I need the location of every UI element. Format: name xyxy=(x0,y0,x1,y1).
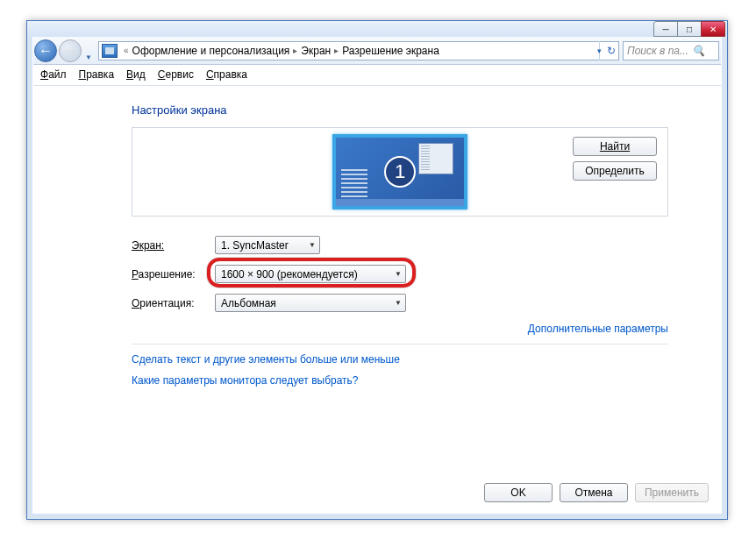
search-box[interactable]: Поиск в па... 🔍 xyxy=(623,41,719,60)
menu-bar: Файл Правка Вид Сервис Справка xyxy=(33,65,721,84)
menu-tools[interactable]: Сервис xyxy=(158,68,194,81)
monitor-arrangement-box: 1 Найти Определить xyxy=(132,127,668,217)
chevron-down-icon: ▼ xyxy=(388,270,402,278)
find-button[interactable]: Найти xyxy=(573,137,657,156)
dialog-buttons: OK Отмена Применить xyxy=(484,483,709,502)
address-bar[interactable]: « Оформление и персонализация ▸ Экран ▸ … xyxy=(98,41,619,60)
maximize-icon: □ xyxy=(687,25,692,34)
menu-view[interactable]: Вид xyxy=(126,68,146,81)
content-area: Настройки экрана 1 Найти Определить xyxy=(33,85,721,513)
chevron-right-icon: ▸ xyxy=(334,46,339,55)
refresh-icon[interactable]: ↻ xyxy=(607,45,616,57)
minimize-button[interactable]: ─ xyxy=(653,21,678,37)
separator xyxy=(132,344,668,345)
screen-dropdown[interactable]: 1. SyncMaster ▼ xyxy=(215,236,320,254)
monitor-preview[interactable]: 1 xyxy=(332,134,467,210)
resolution-row: Разрешение: 1600 × 900 (рекомендуется) ▼ xyxy=(132,265,668,283)
which-settings-link[interactable]: Какие параметры монитора следует выбрать… xyxy=(132,374,359,387)
orientation-label: Ориентация: xyxy=(132,297,215,309)
screen-row: Экран: 1. SyncMaster ▼ xyxy=(132,236,668,254)
taskbar-icon xyxy=(336,199,464,206)
breadcrumb-screen[interactable]: Экран xyxy=(301,45,331,57)
dropdown-icon[interactable]: ▾ xyxy=(597,46,602,55)
resolution-value: 1600 × 900 (рекомендуется) xyxy=(221,268,358,281)
ok-button[interactable]: OK xyxy=(484,483,553,502)
control-panel-window: ─ □ ✕ ← → ▼ « Оформление и персонализаци… xyxy=(26,20,728,520)
chevron-right-icon: ▸ xyxy=(293,46,297,55)
back-button[interactable]: ← xyxy=(34,39,57,62)
chevron-down-icon: ▼ xyxy=(302,241,316,249)
search-icon: 🔍 xyxy=(692,45,705,57)
titlebar[interactable]: ─ □ ✕ xyxy=(27,21,727,37)
menu-file[interactable]: Файл xyxy=(40,68,67,81)
screen-label: Экран: xyxy=(132,239,215,252)
identify-button[interactable]: Определить xyxy=(573,161,657,181)
text-size-link[interactable]: Сделать текст и другие элементы больше и… xyxy=(132,353,400,366)
close-icon: ✕ xyxy=(710,25,717,34)
orientation-row: Ориентация: Альбомная ▼ xyxy=(132,294,668,312)
apply-button: Применить xyxy=(635,483,709,502)
search-placeholder: Поиск в па... xyxy=(627,45,688,57)
menu-help[interactable]: Справка xyxy=(206,68,247,81)
arrow-right-icon: → xyxy=(63,43,77,59)
maximize-button[interactable]: □ xyxy=(677,21,702,37)
nav-history-dropdown[interactable]: ▼ xyxy=(82,40,95,61)
navigation-bar: ← → ▼ « Оформление и персонализация ▸ Эк… xyxy=(33,37,721,65)
orientation-dropdown[interactable]: Альбомная ▼ xyxy=(215,294,406,312)
breadcrumb-appearance[interactable]: Оформление и персонализация xyxy=(132,45,290,57)
orientation-value: Альбомная xyxy=(221,297,276,309)
close-button[interactable]: ✕ xyxy=(701,21,725,37)
forward-button: → xyxy=(59,39,82,62)
resolution-dropdown[interactable]: 1600 × 900 (рекомендуется) ▼ xyxy=(215,265,406,283)
advanced-settings-link[interactable]: Дополнительные параметры xyxy=(528,323,668,335)
resolution-label: Разрешение: xyxy=(132,268,215,281)
desktop-window-icon xyxy=(418,143,453,174)
desktop-pattern-icon xyxy=(341,169,367,202)
chevron-down-icon: ▼ xyxy=(388,299,402,307)
menu-edit[interactable]: Правка xyxy=(79,68,115,81)
monitor-number: 1 xyxy=(384,156,416,188)
cancel-button[interactable]: Отмена xyxy=(560,483,628,502)
arrow-left-icon: ← xyxy=(39,43,53,59)
breadcrumb-resolution[interactable]: Разрешение экрана xyxy=(342,45,439,57)
breadcrumb-prefix: « xyxy=(124,46,129,55)
page-title: Настройки экрана xyxy=(132,103,668,117)
minimize-icon: ─ xyxy=(662,25,668,34)
control-panel-icon xyxy=(102,44,118,58)
screen-value: 1. SyncMaster xyxy=(221,239,289,252)
